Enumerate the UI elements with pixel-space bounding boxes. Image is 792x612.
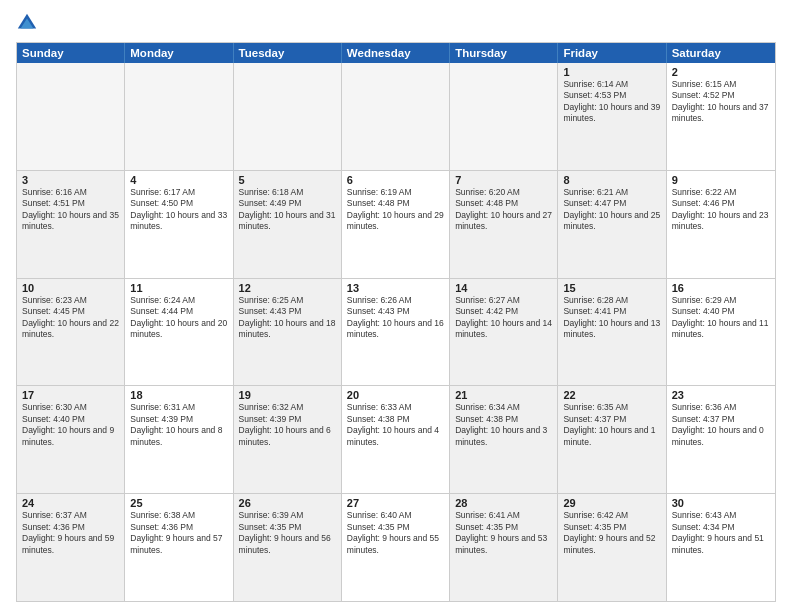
day-info: Sunrise: 6:18 AM Sunset: 4:49 PM Dayligh… (239, 187, 336, 233)
day-number: 2 (672, 66, 770, 78)
day-info: Sunrise: 6:39 AM Sunset: 4:35 PM Dayligh… (239, 510, 336, 556)
calendar-cell-13: 13Sunrise: 6:26 AM Sunset: 4:43 PM Dayli… (342, 279, 450, 386)
day-info: Sunrise: 6:16 AM Sunset: 4:51 PM Dayligh… (22, 187, 119, 233)
calendar-cell-10: 10Sunrise: 6:23 AM Sunset: 4:45 PM Dayli… (17, 279, 125, 386)
day-number: 3 (22, 174, 119, 186)
day-info: Sunrise: 6:14 AM Sunset: 4:53 PM Dayligh… (563, 79, 660, 125)
day-number: 13 (347, 282, 444, 294)
day-info: Sunrise: 6:31 AM Sunset: 4:39 PM Dayligh… (130, 402, 227, 448)
calendar-row-2: 10Sunrise: 6:23 AM Sunset: 4:45 PM Dayli… (17, 278, 775, 386)
calendar-cell-14: 14Sunrise: 6:27 AM Sunset: 4:42 PM Dayli… (450, 279, 558, 386)
day-info: Sunrise: 6:40 AM Sunset: 4:35 PM Dayligh… (347, 510, 444, 556)
day-info: Sunrise: 6:43 AM Sunset: 4:34 PM Dayligh… (672, 510, 770, 556)
calendar-cell-empty-0-2 (234, 63, 342, 170)
calendar-cell-21: 21Sunrise: 6:34 AM Sunset: 4:38 PM Dayli… (450, 386, 558, 493)
day-number: 25 (130, 497, 227, 509)
calendar-body: 1Sunrise: 6:14 AM Sunset: 4:53 PM Daylig… (17, 63, 775, 601)
calendar-cell-25: 25Sunrise: 6:38 AM Sunset: 4:36 PM Dayli… (125, 494, 233, 601)
calendar-row-4: 24Sunrise: 6:37 AM Sunset: 4:36 PM Dayli… (17, 493, 775, 601)
day-info: Sunrise: 6:32 AM Sunset: 4:39 PM Dayligh… (239, 402, 336, 448)
day-number: 28 (455, 497, 552, 509)
day-number: 5 (239, 174, 336, 186)
day-info: Sunrise: 6:29 AM Sunset: 4:40 PM Dayligh… (672, 295, 770, 341)
day-info: Sunrise: 6:35 AM Sunset: 4:37 PM Dayligh… (563, 402, 660, 448)
day-info: Sunrise: 6:34 AM Sunset: 4:38 PM Dayligh… (455, 402, 552, 448)
calendar-cell-27: 27Sunrise: 6:40 AM Sunset: 4:35 PM Dayli… (342, 494, 450, 601)
day-info: Sunrise: 6:25 AM Sunset: 4:43 PM Dayligh… (239, 295, 336, 341)
calendar-cell-2: 2Sunrise: 6:15 AM Sunset: 4:52 PM Daylig… (667, 63, 775, 170)
calendar-header: SundayMondayTuesdayWednesdayThursdayFrid… (17, 43, 775, 63)
day-info: Sunrise: 6:23 AM Sunset: 4:45 PM Dayligh… (22, 295, 119, 341)
day-info: Sunrise: 6:24 AM Sunset: 4:44 PM Dayligh… (130, 295, 227, 341)
day-number: 4 (130, 174, 227, 186)
day-number: 21 (455, 389, 552, 401)
calendar-cell-6: 6Sunrise: 6:19 AM Sunset: 4:48 PM Daylig… (342, 171, 450, 278)
header-day-monday: Monday (125, 43, 233, 63)
day-info: Sunrise: 6:20 AM Sunset: 4:48 PM Dayligh… (455, 187, 552, 233)
calendar-cell-30: 30Sunrise: 6:43 AM Sunset: 4:34 PM Dayli… (667, 494, 775, 601)
day-number: 19 (239, 389, 336, 401)
day-number: 26 (239, 497, 336, 509)
calendar-cell-19: 19Sunrise: 6:32 AM Sunset: 4:39 PM Dayli… (234, 386, 342, 493)
day-info: Sunrise: 6:33 AM Sunset: 4:38 PM Dayligh… (347, 402, 444, 448)
calendar-row-0: 1Sunrise: 6:14 AM Sunset: 4:53 PM Daylig… (17, 63, 775, 170)
header-day-saturday: Saturday (667, 43, 775, 63)
day-number: 23 (672, 389, 770, 401)
header (16, 12, 776, 34)
day-number: 16 (672, 282, 770, 294)
day-info: Sunrise: 6:30 AM Sunset: 4:40 PM Dayligh… (22, 402, 119, 448)
header-day-tuesday: Tuesday (234, 43, 342, 63)
page-container: SundayMondayTuesdayWednesdayThursdayFrid… (0, 0, 792, 612)
calendar-cell-9: 9Sunrise: 6:22 AM Sunset: 4:46 PM Daylig… (667, 171, 775, 278)
day-number: 14 (455, 282, 552, 294)
header-day-thursday: Thursday (450, 43, 558, 63)
calendar-cell-23: 23Sunrise: 6:36 AM Sunset: 4:37 PM Dayli… (667, 386, 775, 493)
day-info: Sunrise: 6:15 AM Sunset: 4:52 PM Dayligh… (672, 79, 770, 125)
day-info: Sunrise: 6:41 AM Sunset: 4:35 PM Dayligh… (455, 510, 552, 556)
calendar-cell-5: 5Sunrise: 6:18 AM Sunset: 4:49 PM Daylig… (234, 171, 342, 278)
calendar-row-1: 3Sunrise: 6:16 AM Sunset: 4:51 PM Daylig… (17, 170, 775, 278)
calendar-cell-3: 3Sunrise: 6:16 AM Sunset: 4:51 PM Daylig… (17, 171, 125, 278)
day-number: 8 (563, 174, 660, 186)
calendar-cell-1: 1Sunrise: 6:14 AM Sunset: 4:53 PM Daylig… (558, 63, 666, 170)
calendar-cell-7: 7Sunrise: 6:20 AM Sunset: 4:48 PM Daylig… (450, 171, 558, 278)
day-number: 17 (22, 389, 119, 401)
calendar-cell-18: 18Sunrise: 6:31 AM Sunset: 4:39 PM Dayli… (125, 386, 233, 493)
day-info: Sunrise: 6:19 AM Sunset: 4:48 PM Dayligh… (347, 187, 444, 233)
calendar-cell-17: 17Sunrise: 6:30 AM Sunset: 4:40 PM Dayli… (17, 386, 125, 493)
calendar-cell-empty-0-4 (450, 63, 558, 170)
calendar-cell-24: 24Sunrise: 6:37 AM Sunset: 4:36 PM Dayli… (17, 494, 125, 601)
day-info: Sunrise: 6:28 AM Sunset: 4:41 PM Dayligh… (563, 295, 660, 341)
day-info: Sunrise: 6:22 AM Sunset: 4:46 PM Dayligh… (672, 187, 770, 233)
calendar-cell-empty-0-0 (17, 63, 125, 170)
calendar-cell-16: 16Sunrise: 6:29 AM Sunset: 4:40 PM Dayli… (667, 279, 775, 386)
calendar: SundayMondayTuesdayWednesdayThursdayFrid… (16, 42, 776, 602)
day-info: Sunrise: 6:42 AM Sunset: 4:35 PM Dayligh… (563, 510, 660, 556)
calendar-cell-26: 26Sunrise: 6:39 AM Sunset: 4:35 PM Dayli… (234, 494, 342, 601)
day-number: 7 (455, 174, 552, 186)
calendar-cell-29: 29Sunrise: 6:42 AM Sunset: 4:35 PM Dayli… (558, 494, 666, 601)
calendar-cell-12: 12Sunrise: 6:25 AM Sunset: 4:43 PM Dayli… (234, 279, 342, 386)
logo (16, 12, 42, 34)
header-day-friday: Friday (558, 43, 666, 63)
day-number: 29 (563, 497, 660, 509)
calendar-cell-empty-0-1 (125, 63, 233, 170)
day-number: 22 (563, 389, 660, 401)
day-number: 10 (22, 282, 119, 294)
logo-icon (16, 12, 38, 34)
day-number: 24 (22, 497, 119, 509)
header-day-sunday: Sunday (17, 43, 125, 63)
day-number: 11 (130, 282, 227, 294)
day-number: 27 (347, 497, 444, 509)
calendar-cell-empty-0-3 (342, 63, 450, 170)
calendar-cell-22: 22Sunrise: 6:35 AM Sunset: 4:37 PM Dayli… (558, 386, 666, 493)
calendar-cell-15: 15Sunrise: 6:28 AM Sunset: 4:41 PM Dayli… (558, 279, 666, 386)
day-info: Sunrise: 6:21 AM Sunset: 4:47 PM Dayligh… (563, 187, 660, 233)
day-number: 6 (347, 174, 444, 186)
calendar-cell-11: 11Sunrise: 6:24 AM Sunset: 4:44 PM Dayli… (125, 279, 233, 386)
day-info: Sunrise: 6:37 AM Sunset: 4:36 PM Dayligh… (22, 510, 119, 556)
day-info: Sunrise: 6:26 AM Sunset: 4:43 PM Dayligh… (347, 295, 444, 341)
calendar-cell-4: 4Sunrise: 6:17 AM Sunset: 4:50 PM Daylig… (125, 171, 233, 278)
calendar-cell-8: 8Sunrise: 6:21 AM Sunset: 4:47 PM Daylig… (558, 171, 666, 278)
day-number: 12 (239, 282, 336, 294)
